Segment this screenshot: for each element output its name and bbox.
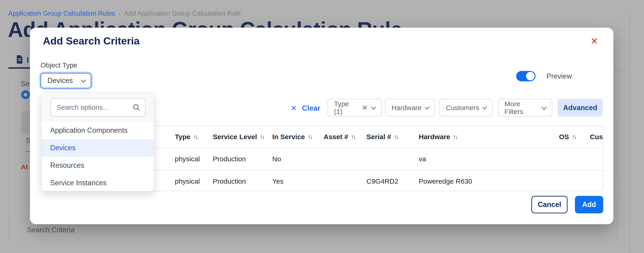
column-header-asset[interactable]: Asset #↑↓ — [324, 133, 355, 141]
clear-label: Clear — [302, 104, 320, 112]
filter-chip-type-label: Type (1) — [334, 100, 358, 116]
preview-toggle-row: Preview — [516, 71, 572, 81]
table-row[interactable]: physical Production No va — [149, 148, 603, 170]
sort-icon[interactable]: ↑↓ — [260, 133, 264, 140]
background-panel-border — [9, 78, 9, 240]
clear-filters-button[interactable]: ✕ Clear — [291, 104, 320, 112]
column-header-in-service[interactable]: In Service↑↓ — [272, 133, 312, 141]
close-icon[interactable]: ✕ — [590, 36, 598, 46]
cell-serial: C9G4RD2 — [366, 178, 398, 185]
breadcrumb-current: Add Application Group Calculation Rule — [124, 10, 241, 17]
toggle-knob — [526, 72, 534, 80]
table-header-row: Type↑↓ Service Level↑↓ In Service↑↓ Asse… — [149, 126, 603, 148]
dropdown-option-resources[interactable]: Resources — [42, 157, 154, 174]
background-panel-border — [617, 196, 617, 240]
breadcrumb-link[interactable]: Application Group Calculation Rules — [8, 10, 115, 17]
object-type-label: Object Type — [40, 61, 78, 69]
filter-chip-type[interactable]: Type (1) ✕ — [328, 99, 382, 116]
cell-service-level: Production — [213, 178, 246, 185]
column-header-os[interactable]: OS↑↓ — [559, 133, 576, 141]
background-panel-divider — [613, 70, 630, 70]
cell-hardware: va — [419, 155, 426, 163]
cell-type: physical — [175, 155, 200, 163]
sort-icon[interactable]: ↑↓ — [572, 133, 576, 140]
radio-button[interactable] — [21, 90, 30, 99]
breadcrumb: Application Group Calculation Rules › Ad… — [8, 10, 241, 17]
background-panel-divider — [617, 240, 630, 240]
preview-results-table: Type↑↓ Service Level↑↓ In Service↑↓ Asse… — [148, 126, 604, 191]
dropdown-option-devices[interactable]: Devices — [42, 139, 154, 157]
sort-icon[interactable]: ↑↓ — [394, 133, 398, 140]
chevron-down-icon — [482, 105, 487, 110]
background-panel-divider — [21, 162, 31, 162]
column-header-serial[interactable]: Serial #↑↓ — [366, 133, 398, 141]
background-panel-border — [630, 13, 630, 253]
object-type-dropdown: Application Components Devices Resources… — [41, 93, 154, 191]
search-icon — [132, 103, 140, 112]
chevron-down-icon — [425, 104, 429, 109]
tab-label: I — [27, 56, 29, 64]
add-button[interactable]: Add — [575, 196, 603, 213]
tab-active[interactable]: I — [16, 55, 29, 64]
sort-icon[interactable]: ↑↓ — [351, 133, 355, 140]
table-row[interactable]: physical Production Yes C9G4RD2 Poweredg… — [149, 170, 603, 191]
filter-chip-more-filters-label: More Filters — [504, 100, 538, 116]
sort-icon[interactable]: ↑↓ — [453, 133, 457, 140]
background-table-header-fragment — [21, 111, 31, 133]
tab-active-underline — [8, 67, 31, 69]
background-select-label-fragment: Sel — [21, 80, 31, 88]
breadcrumb-separator: › — [118, 10, 121, 17]
add-search-criteria-dialog: Add Search Criteria ✕ Object Type Device… — [30, 28, 613, 224]
filter-chip-hardware-label: Hardware — [392, 104, 422, 112]
preview-toggle[interactable] — [516, 71, 536, 81]
document-icon — [16, 55, 23, 64]
column-header-customer[interactable]: Cust — [590, 133, 604, 141]
sort-icon[interactable]: ↑↓ — [193, 133, 198, 140]
remove-filter-icon[interactable]: ✕ — [362, 104, 368, 112]
dropdown-search-area — [42, 93, 154, 122]
cell-service-level: Production — [213, 155, 246, 163]
screen: Application Group Calculation Rules › Ad… — [0, 0, 644, 253]
search-options-input[interactable] — [50, 98, 146, 116]
chevron-down-icon — [81, 78, 86, 83]
column-header-service-level[interactable]: Service Level↑↓ — [213, 133, 264, 141]
column-header-type[interactable]: Type↑↓ — [175, 133, 198, 141]
filter-chip-customers-label: Customers — [446, 104, 479, 112]
sort-icon[interactable]: ↑↓ — [308, 133, 312, 140]
object-type-value: Devices — [48, 76, 82, 85]
preview-label: Preview — [546, 72, 572, 80]
filter-chip-more-filters[interactable]: More Filters — [498, 99, 552, 116]
chevron-down-icon — [542, 104, 547, 110]
dropdown-option-service-instances[interactable]: Service Instances — [42, 174, 154, 191]
search-criteria-section-label: Search Criteria — [27, 226, 75, 234]
dialog-title: Add Search Criteria — [43, 35, 140, 47]
object-type-select[interactable]: Devices — [40, 73, 92, 88]
background-panel-border — [617, 121, 617, 178]
clear-x-icon: ✕ — [291, 104, 297, 112]
cancel-button[interactable]: Cancel — [531, 196, 568, 213]
filter-chip-customers[interactable]: Customers — [440, 99, 493, 116]
cell-in-service: No — [272, 155, 281, 163]
dropdown-option-application-components[interactable]: Application Components — [42, 122, 154, 139]
cell-hardware: Poweredge R630 — [419, 178, 472, 185]
cell-type: physical — [175, 178, 200, 185]
chevron-down-icon — [371, 104, 376, 110]
background-dash-fragment: – — [26, 147, 30, 155]
advanced-filters-button[interactable]: Advanced — [558, 99, 603, 116]
filter-chip-hardware[interactable]: Hardware — [385, 99, 435, 116]
cell-in-service: Yes — [272, 178, 284, 185]
column-header-hardware[interactable]: Hardware↑↓ — [419, 133, 457, 141]
